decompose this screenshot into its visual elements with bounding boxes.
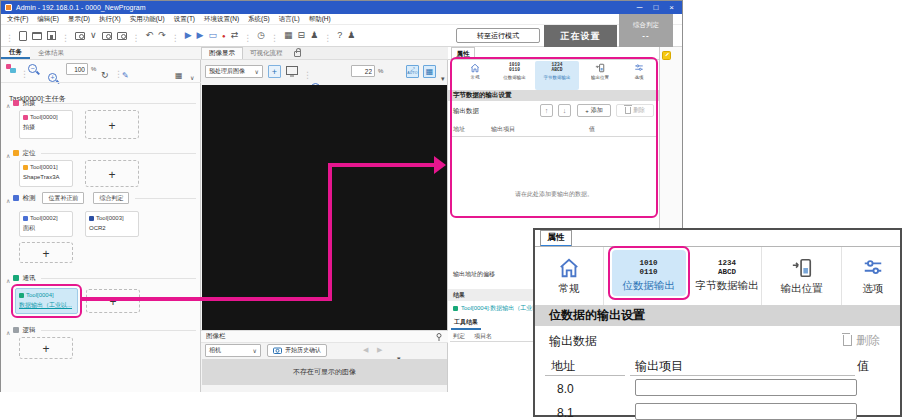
clock-icon[interactable]: ◷: [257, 31, 265, 40]
camera-dropdown[interactable]: 相机: [205, 344, 261, 357]
prop-tab-byte-data-output[interactable]: 1234 ABCD 字节数据输出: [535, 61, 579, 90]
callout-tab-byte-data-output[interactable]: 1234 ABCD 字节数据输出: [693, 247, 762, 305]
edit-flow-icon[interactable]: [122, 64, 129, 82]
tool-card-area[interactable]: Tool[0002] 面积: [19, 211, 73, 237]
tab-overall-results[interactable]: 全体结果: [30, 47, 72, 59]
tool-card-capture[interactable]: Tool[0000] 拍摄: [19, 110, 73, 139]
add-output-button[interactable]: +添加: [577, 104, 611, 117]
layout-grid-icon[interactable]: ▦: [284, 31, 293, 40]
collapse-icon[interactable]: [6, 321, 10, 339]
monitor-icon[interactable]: ⊟: [298, 31, 306, 40]
add-tool-button[interactable]: [85, 160, 139, 187]
user-icon[interactable]: ♟: [310, 31, 318, 40]
callout-tab-general[interactable]: 常规: [535, 247, 604, 305]
flow-zoom-input[interactable]: [66, 63, 88, 75]
prop-tab-bit-data-output[interactable]: 1010 0110 位数据输出: [494, 61, 535, 90]
collapse-icon[interactable]: [6, 94, 10, 112]
callout-tab-options[interactable]: 选项: [842, 247, 902, 305]
collapse-icon[interactable]: [6, 269, 10, 287]
menu-utility[interactable]: 实用功能(U): [130, 15, 165, 24]
add-tool-button[interactable]: [19, 242, 73, 263]
pre-position-compensation-button[interactable]: 位置补正前: [42, 192, 84, 204]
menu-view[interactable]: 显示(D): [68, 15, 90, 24]
section-header-inspection[interactable]: 检测 位置补正前 综合判定: [6, 192, 196, 204]
open-folder-icon[interactable]: [32, 32, 42, 40]
camera-dropdown-icon[interactable]: ∨: [90, 31, 97, 40]
prop-tab-general[interactable]: 常规: [456, 61, 494, 90]
menu-file[interactable]: 文件(F): [7, 15, 28, 24]
add-tool-button[interactable]: [86, 289, 140, 313]
save-icon[interactable]: [47, 31, 56, 40]
layout-switch-icon[interactable]: [175, 64, 183, 82]
prev-image-icon[interactable]: ◀: [363, 346, 368, 354]
prop-tab-output-position[interactable]: 输出位置: [579, 61, 620, 90]
pin-icon[interactable]: [435, 333, 443, 341]
zoom-in-icon[interactable]: [48, 73, 57, 82]
add-tool-button[interactable]: [85, 110, 139, 139]
menu-language[interactable]: 语言(L): [279, 15, 300, 24]
callout-delete-button[interactable]: 删除: [843, 332, 880, 349]
add-view-button[interactable]: +: [268, 65, 281, 78]
tab-image-display[interactable]: 图像显示: [201, 47, 243, 59]
grid-view-icon[interactable]: ▦: [423, 65, 436, 78]
move-down-button[interactable]: [558, 104, 571, 117]
camera-continuous-icon[interactable]: [117, 32, 127, 40]
callout-tab-properties[interactable]: 属性: [540, 230, 572, 247]
image-zoom-input[interactable]: [351, 65, 375, 77]
next-image-icon[interactable]: ▶: [377, 346, 382, 354]
collapse-icon[interactable]: [6, 189, 10, 207]
close-button[interactable]: ×: [669, 4, 674, 12]
tab-tool-result[interactable]: 工具结果: [451, 317, 481, 330]
section-header-logic[interactable]: 逻辑: [6, 324, 196, 336]
menu-system[interactable]: 系统(S): [248, 15, 270, 24]
callout-tab-bit-data-output[interactable]: 1010 0110 位数据输出: [604, 247, 693, 305]
auto-fit-icon[interactable]: ⤢ AUTO: [406, 65, 419, 78]
redo-icon[interactable]: ↷: [158, 31, 166, 40]
flow-run-icon[interactable]: ▶: [197, 31, 204, 40]
step-run-icon[interactable]: ▶: [185, 31, 192, 40]
section-header-communication[interactable]: 通讯: [6, 272, 196, 284]
zoom-out-icon[interactable]: [28, 64, 37, 73]
section-header-capture[interactable]: 拍摄: [6, 97, 196, 109]
help-icon[interactable]: ?: [337, 31, 342, 40]
collapse-icon[interactable]: [6, 144, 10, 162]
camera-trigger-icon[interactable]: [102, 32, 112, 40]
callout-tab-output-position[interactable]: 输出位置: [762, 247, 842, 305]
title-bar[interactable]: Admin - 192.168.0.1 - 0000_NewProgram ─ …: [1, 1, 682, 14]
record-icon[interactable]: ●: [222, 33, 226, 39]
add-tool-button[interactable]: [19, 337, 73, 359]
new-file-icon[interactable]: [19, 31, 27, 41]
section-header-positioning[interactable]: 定位: [6, 147, 196, 159]
overall-judgement-settings-button[interactable]: 综合判定: [93, 192, 129, 204]
tab-task[interactable]: 任务: [1, 47, 30, 59]
camera-measure-icon[interactable]: [75, 32, 85, 40]
menu-help[interactable]: 帮助(H): [309, 15, 331, 24]
undo-icon[interactable]: ↶: [146, 31, 154, 40]
menu-settings[interactable]: 设置(T): [174, 15, 195, 24]
move-up-button[interactable]: [540, 104, 553, 117]
delete-output-button[interactable]: 删除: [616, 104, 654, 117]
menu-environment[interactable]: 环境设置(N): [204, 15, 239, 24]
image-source-dropdown[interactable]: 预处理后图像: [205, 65, 263, 78]
start-history-confirm-button[interactable]: 开始历史确认: [267, 344, 327, 357]
prop-tab-options[interactable]: 选项: [620, 61, 658, 90]
swap-icon[interactable]: ⇄: [231, 31, 239, 40]
tool-card-shapetrax[interactable]: Tool[0001] ShapeTrax3A: [19, 160, 73, 187]
screen-icon[interactable]: [286, 66, 298, 77]
tool-card-data-output[interactable]: Tool[0004] 数据输出（工业以...: [15, 288, 78, 314]
row-output-item-input[interactable]: [635, 403, 857, 420]
row-output-item-input[interactable]: [635, 379, 857, 396]
toolbar-more-icon[interactable]: [441, 67, 445, 85]
maximize-button[interactable]: □: [653, 4, 658, 12]
rotate-icon[interactable]: [101, 64, 109, 82]
switch-to-run-mode-button[interactable]: 转至运行模式: [456, 28, 540, 43]
image-canvas[interactable]: [202, 85, 447, 330]
menu-run[interactable]: 执行(X): [99, 15, 121, 24]
minimize-button[interactable]: ─: [637, 4, 643, 12]
flow-window-icon[interactable]: ▭: [209, 31, 218, 40]
note-icon[interactable]: [662, 51, 671, 60]
account-icon[interactable]: ♟: [347, 31, 355, 40]
tool-card-ocr2[interactable]: Tool[0003] OCR2: [85, 211, 139, 237]
tab-visual-flow[interactable]: 可视化流程: [243, 47, 290, 59]
menu-edit[interactable]: 编辑(E): [37, 15, 59, 24]
